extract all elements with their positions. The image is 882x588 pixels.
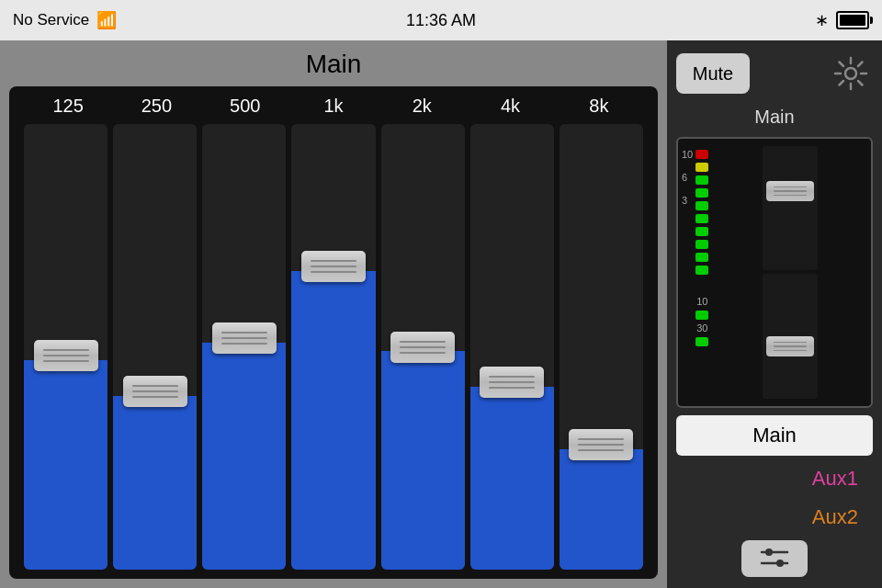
slider-thumb-250[interactable] xyxy=(123,376,187,407)
slider-fill-8k xyxy=(560,449,643,570)
svg-line-7 xyxy=(858,62,863,67)
main-fader-thumb[interactable] xyxy=(766,181,814,201)
top-controls: Mute xyxy=(676,51,873,96)
slider-fill-2k xyxy=(381,351,465,570)
main-layout: Main 1252505001k2k4k8k Mute xyxy=(0,40,882,588)
aux1-button[interactable]: Aux1 xyxy=(676,463,873,494)
thumb2-line-2 xyxy=(774,345,807,347)
aux2-button[interactable]: Aux2 xyxy=(676,502,873,533)
secondary-fader-fill xyxy=(763,355,818,398)
freq-label-250: 250 xyxy=(119,96,193,117)
freq-label-1k: 1k xyxy=(297,96,370,117)
slider-fill-1k xyxy=(291,271,375,570)
slider-fill-125 xyxy=(24,360,107,570)
svg-point-10 xyxy=(765,548,773,556)
slider-track-500[interactable] xyxy=(202,124,286,570)
thumb-line-8k-0 xyxy=(578,438,624,440)
led-green-9 xyxy=(695,311,708,320)
thumb-line-250-2 xyxy=(132,396,178,398)
thumb-line-4k-0 xyxy=(489,376,535,378)
slider-track-250[interactable] xyxy=(113,124,197,570)
mixer-button[interactable] xyxy=(741,540,808,577)
thumb-line-125-0 xyxy=(43,349,89,351)
slider-track-4k[interactable] xyxy=(470,124,554,570)
freq-label-8k: 8k xyxy=(562,96,636,117)
vu-label-3: 3 xyxy=(682,196,693,206)
freq-label-2k: 2k xyxy=(385,96,458,117)
slider-track-1k[interactable] xyxy=(291,124,375,570)
faders-area xyxy=(712,146,867,399)
led-green-2 xyxy=(695,188,708,198)
thumb-line-1 xyxy=(774,187,807,188)
main-fader-fill xyxy=(763,220,818,270)
thumb-line-1k-1 xyxy=(311,266,356,267)
status-right: ∗ xyxy=(815,10,869,30)
no-service-text: No Service xyxy=(13,11,89,29)
thumb-line-500-2 xyxy=(221,343,267,345)
secondary-fader-track[interactable] xyxy=(763,274,818,398)
freq-label-4k: 4k xyxy=(474,96,548,117)
thumb-line-4k-2 xyxy=(489,387,535,389)
thumb-line-125-2 xyxy=(43,360,89,362)
led-green-4 xyxy=(695,214,708,223)
vu-labels-col: 10 6 3 xyxy=(682,146,693,233)
vu-meter: 10 6 3 10 30 xyxy=(682,146,708,399)
battery-fill xyxy=(840,15,865,26)
secondary-fader-thumb[interactable] xyxy=(766,336,814,356)
svg-point-12 xyxy=(776,560,784,567)
channel-label: Main xyxy=(676,107,873,128)
settings-icon[interactable] xyxy=(829,51,873,96)
slider-thumb-125[interactable] xyxy=(34,340,98,371)
thumb2-line-1 xyxy=(774,342,807,344)
slider-thumb-2k[interactable] xyxy=(390,332,455,363)
thumb-line-8k-2 xyxy=(578,449,624,451)
led-green-6 xyxy=(695,240,708,249)
thumb-line-2k-0 xyxy=(400,341,446,343)
status-bar: No Service 📶 11:36 AM ∗ xyxy=(0,0,882,40)
svg-line-5 xyxy=(840,62,844,67)
slider-track-8k[interactable] xyxy=(560,124,643,570)
eq-title: Main xyxy=(9,50,658,79)
led-green-5 xyxy=(695,227,708,236)
thumb-line-4k-1 xyxy=(489,381,535,383)
wifi-icon: 📶 xyxy=(96,10,117,30)
eq-panel: Main 1252505001k2k4k8k xyxy=(0,40,667,588)
bluetooth-icon: ∗ xyxy=(815,10,829,30)
right-panel: Mute Main xyxy=(667,40,882,588)
slider-fill-250 xyxy=(113,396,197,570)
led-green-10 xyxy=(695,337,708,346)
slider-thumb-500[interactable] xyxy=(212,322,277,354)
vu-label-30: 30 xyxy=(696,323,707,334)
mute-button[interactable]: Mute xyxy=(676,53,750,94)
status-time: 11:36 AM xyxy=(406,11,476,30)
main-channel-button[interactable]: Main xyxy=(676,415,873,456)
thumb-line-3 xyxy=(774,195,807,197)
thumb-line-2k-2 xyxy=(400,352,446,354)
svg-line-6 xyxy=(858,81,863,85)
thumb-line-250-1 xyxy=(132,390,178,392)
freq-label-125: 125 xyxy=(31,96,105,117)
status-left: No Service 📶 xyxy=(13,10,117,30)
thumb2-line-3 xyxy=(774,350,807,352)
vu-label-10: 10 xyxy=(682,150,693,160)
sliders-row xyxy=(24,124,643,570)
thumb-line-250-0 xyxy=(132,385,178,387)
led-green-3 xyxy=(695,201,708,210)
freq-label-500: 500 xyxy=(209,96,282,117)
thumb-line-2 xyxy=(774,190,807,192)
slider-track-125[interactable] xyxy=(24,124,107,570)
slider-thumb-1k[interactable] xyxy=(301,251,366,282)
eq-container: 1252505001k2k4k8k xyxy=(9,86,658,579)
thumb-line-125-1 xyxy=(43,355,89,356)
slider-track-2k[interactable] xyxy=(381,124,465,570)
thumb-line-2k-1 xyxy=(400,346,446,348)
main-fader-track[interactable] xyxy=(763,146,818,270)
led-green-1 xyxy=(695,175,708,185)
slider-thumb-8k[interactable] xyxy=(569,429,633,460)
thumb-line-500-0 xyxy=(221,332,267,334)
thumb-line-1k-0 xyxy=(311,260,356,262)
battery-indicator xyxy=(836,11,869,29)
svg-point-0 xyxy=(845,68,856,79)
vu-label-10b: 10 xyxy=(696,297,707,307)
slider-thumb-4k[interactable] xyxy=(480,367,544,398)
